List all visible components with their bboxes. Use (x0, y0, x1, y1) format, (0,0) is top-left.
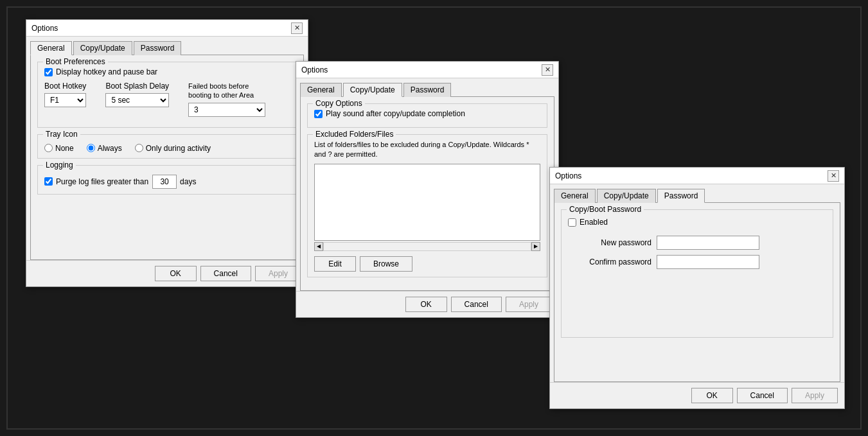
logging-group: Logging Purge log files greater than day… (37, 165, 297, 195)
excluded-group: Excluded Folders/Files List of folders/f… (307, 134, 547, 277)
boot-splash-label: Boot Splash Delay (105, 82, 169, 91)
tray-activity-radio[interactable] (135, 144, 143, 152)
dialog1-cancel-button[interactable]: Cancel (200, 266, 251, 281)
confirm-password-input[interactable] (657, 255, 759, 269)
tab-copyupdate-2[interactable]: Copy/Update (343, 83, 402, 97)
dialog-options-copyupdate: Options ✕ General Copy/Update Password C… (296, 61, 559, 318)
title-bar-2: Options ✕ (296, 62, 558, 78)
tab-bar-1: General Copy/Update Password (26, 37, 308, 55)
dialog1-apply-button[interactable]: Apply (255, 266, 301, 281)
excluded-label: Excluded Folders/Files (313, 130, 396, 139)
confirm-password-row: Confirm password (568, 255, 826, 269)
boot-preferences-group: Boot Preferences Display hotkey and paus… (37, 62, 297, 128)
tab-copyupdate-1[interactable]: Copy/Update (73, 41, 132, 55)
days-label: days (180, 177, 196, 186)
purge-log-label: Purge log files greater than (56, 177, 148, 186)
failed-boots-select[interactable]: 3 1 2 (188, 103, 265, 117)
close-button-3[interactable]: ✕ (828, 170, 839, 182)
copy-options-label: Copy Options (313, 99, 365, 108)
dialog3-footer: OK Cancel Apply (550, 382, 844, 408)
tab-bar-2: General Copy/Update Password (296, 78, 558, 96)
tab-content-2: Copy Options Play sound after copy/updat… (300, 96, 554, 291)
close-button-2[interactable]: ✕ (542, 64, 553, 76)
dialog2-apply-button[interactable]: Apply (506, 297, 552, 312)
tray-icon-group: Tray Icon None Always Only during activi… (37, 134, 297, 159)
tab-password-3[interactable]: Password (657, 189, 705, 203)
logging-label: Logging (43, 161, 76, 170)
display-hotkey-checkbox[interactable] (44, 68, 53, 76)
failed-boots-label: Failed boots before booting to other Are… (188, 82, 265, 100)
confirm-password-label: Confirm password (568, 257, 651, 266)
edit-button[interactable]: Edit (314, 256, 356, 272)
excluded-description: List of folders/files to be excluded dur… (314, 140, 540, 160)
tray-icon-label: Tray Icon (43, 130, 80, 139)
tray-icon-row: None Always Only during activity (44, 144, 290, 153)
tab-copyupdate-3[interactable]: Copy/Update (597, 189, 656, 203)
dialog2-footer: OK Cancel Apply (296, 291, 558, 317)
boot-hotkey-col: Boot Hotkey F1 F2 F3 (44, 82, 86, 117)
tray-activity-label: Only during activity (146, 144, 211, 153)
tray-always-radio[interactable] (87, 144, 95, 152)
enabled-checkbox[interactable] (568, 218, 576, 227)
tab-general-2[interactable]: General (300, 83, 342, 97)
action-btns: Edit Browse (314, 256, 540, 272)
tab-general-1[interactable]: General (30, 41, 72, 55)
boot-preferences-label: Boot Preferences (43, 57, 108, 66)
play-sound-row: Play sound after copy/update completion (314, 109, 540, 118)
tab-content-1: Boot Preferences Display hotkey and paus… (30, 55, 304, 260)
dialog3-cancel-button[interactable]: Cancel (737, 388, 788, 403)
tray-always-label: Always (98, 144, 122, 153)
dialog3-apply-button[interactable]: Apply (792, 388, 838, 403)
title-bar-1: Options ✕ (26, 20, 308, 37)
dialog1-footer: OK Cancel Apply (26, 260, 308, 286)
tab-bar-3: General Copy/Update Password (550, 184, 844, 202)
radio-always: Always (87, 144, 122, 153)
browse-button[interactable]: Browse (360, 256, 412, 272)
dialog1-title: Options (31, 24, 58, 33)
enabled-label: Enabled (580, 218, 608, 227)
radio-only-activity: Only during activity (135, 144, 211, 153)
play-sound-label: Play sound after copy/update completion (326, 109, 465, 118)
tray-none-radio[interactable] (44, 144, 53, 152)
new-password-label: New password (568, 238, 651, 247)
new-password-row: New password (568, 236, 826, 250)
display-hotkey-text: Display hotkey and pause bar (56, 67, 157, 76)
display-hotkey-row: Display hotkey and pause bar (44, 67, 290, 76)
purge-days-input[interactable] (152, 175, 177, 189)
logging-row: Purge log files greater than days (44, 175, 290, 189)
boot-hotkey-label: Boot Hotkey (44, 82, 86, 91)
dialog-options-general: Options ✕ General Copy/Update Password B… (26, 19, 308, 287)
new-password-input[interactable] (657, 236, 759, 250)
boot-splash-select[interactable]: 5 sec 1 sec 3 sec (105, 93, 169, 107)
excluded-list[interactable] (314, 164, 540, 241)
boot-hotkey-row: Boot Hotkey F1 F2 F3 Boot Splash Delay 5… (44, 82, 290, 117)
tab-password-1[interactable]: Password (134, 41, 182, 55)
failed-boots-col: Failed boots before booting to other Are… (188, 82, 265, 117)
tab-general-3[interactable]: General (554, 189, 596, 203)
dialog3-title: Options (555, 171, 581, 180)
dialog3-ok-button[interactable]: OK (691, 388, 733, 403)
dialog2-cancel-button[interactable]: Cancel (451, 297, 502, 312)
title-bar-3: Options ✕ (550, 168, 844, 184)
boot-splash-col: Boot Splash Delay 5 sec 1 sec 3 sec (105, 82, 169, 117)
tray-none-label: None (55, 144, 74, 153)
tab-content-3: Copy/Boot Password Enabled New password … (554, 202, 840, 382)
dialog2-title: Options (301, 65, 328, 74)
password-group: Copy/Boot Password Enabled New password … (561, 209, 833, 338)
enabled-row: Enabled (568, 218, 826, 227)
dialog-options-password: Options ✕ General Copy/Update Password C… (549, 167, 845, 409)
scroll-right-arrow[interactable]: ▶ (531, 242, 540, 251)
copy-options-group: Copy Options Play sound after copy/updat… (307, 103, 547, 128)
play-sound-checkbox[interactable] (314, 110, 323, 118)
boot-hotkey-select[interactable]: F1 F2 F3 (44, 93, 86, 107)
dialog2-ok-button[interactable]: OK (405, 297, 447, 312)
purge-log-checkbox[interactable] (44, 177, 53, 186)
password-group-label: Copy/Boot Password (567, 205, 644, 214)
scroll-left-arrow[interactable]: ◀ (314, 242, 323, 251)
radio-none: None (44, 144, 74, 153)
dialog1-ok-button[interactable]: OK (155, 266, 197, 281)
close-button-1[interactable]: ✕ (291, 22, 303, 34)
tab-password-2[interactable]: Password (403, 83, 452, 97)
